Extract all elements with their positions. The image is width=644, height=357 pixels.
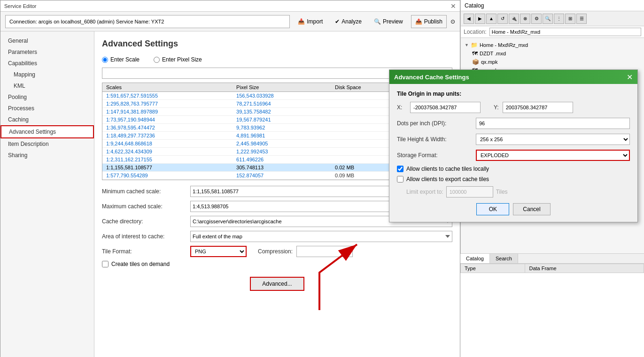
catalog-disconnect-btn[interactable]: ⊗ bbox=[520, 14, 530, 24]
analyze-icon: ✔ bbox=[335, 18, 340, 25]
create-tiles-checkbox[interactable] bbox=[102, 261, 109, 267]
location-path-input[interactable] bbox=[489, 28, 641, 36]
table-row[interactable]: 1:2,311,162.217155 611.496226 bbox=[102, 156, 412, 164]
table-row[interactable]: 1:147,914,381.897889 39,135.758482 bbox=[102, 108, 412, 116]
allow-export-label: Allow clients to export cache tiles bbox=[406, 176, 489, 182]
sidebar-item-sharing[interactable]: Sharing bbox=[0, 150, 94, 161]
advanced-button[interactable]: Advanced... bbox=[250, 277, 304, 291]
table-row[interactable]: 1:1,155,581.108577 305.748113 0.02 MB bbox=[102, 164, 412, 172]
area-of-interest-row: Area of interest to cache: Full extent o… bbox=[102, 231, 452, 242]
enter-scale-radio[interactable] bbox=[102, 57, 108, 63]
cancel-button[interactable]: Cancel bbox=[513, 203, 550, 215]
tree-item-qxmpk[interactable]: 📦 qx.mpk bbox=[472, 58, 640, 66]
sidebar-item-general[interactable]: General bbox=[0, 35, 94, 46]
table-row[interactable]: 1:295,828,763.795777 78,271.516964 bbox=[102, 100, 412, 108]
storage-format-row: Storage Format: EXPLODED COMPACT bbox=[397, 150, 630, 161]
catalog-up-btn[interactable]: ▲ bbox=[486, 14, 497, 24]
table-row[interactable]: 1:577,790.554289 152.874057 0.09 MB bbox=[102, 172, 412, 180]
catalog-title: Catalog bbox=[465, 2, 484, 9]
publish-button[interactable]: 📤 Publish bbox=[411, 15, 447, 28]
catalog-list-btn[interactable]: ☰ bbox=[576, 14, 587, 24]
table-row[interactable]: 1:591,657,527.591555 156,543.033928 bbox=[102, 92, 412, 100]
catalog-search-tabs: Catalog Search bbox=[460, 253, 644, 263]
catalog-cols-btn[interactable]: ⊞ bbox=[565, 14, 575, 24]
catalog-toolbar: ◀ ▶ ▲ ↺ 🔌 ⊗ ⚙ 🔍 ⋮ ⊞ ☰ bbox=[461, 11, 644, 26]
limit-export-input[interactable] bbox=[446, 186, 493, 197]
pixel-cell: 611.496226 bbox=[233, 156, 331, 164]
scale-cell: 1:4,622,324.434309 bbox=[102, 148, 233, 156]
tile-format-row: Tile Format: PNG Compression: bbox=[102, 246, 452, 257]
catalog-connect-btn[interactable]: 🔌 bbox=[509, 14, 519, 24]
allow-export-row: Allow clients to export cache tiles bbox=[397, 176, 630, 182]
sidebar-item-kml[interactable]: KML bbox=[0, 80, 94, 91]
catalog-tab[interactable]: Catalog bbox=[460, 254, 490, 263]
dialog-title: Advanced Cache Settings bbox=[394, 74, 469, 81]
dialog-title-bar: Advanced Cache Settings ✕ bbox=[389, 70, 637, 84]
advanced-btn-wrapper: Advanced... bbox=[102, 277, 452, 291]
y-input[interactable] bbox=[503, 102, 573, 113]
compression-label: Compression: bbox=[258, 248, 293, 255]
sidebar-item-caching[interactable]: Caching bbox=[0, 114, 94, 125]
search-tab[interactable]: Search bbox=[490, 254, 518, 263]
scales-table: Scales Pixel Size Disk Space 1:591,657,5… bbox=[102, 83, 412, 180]
sidebar-item-pooling[interactable]: Pooling bbox=[0, 91, 94, 103]
enter-scale-label: Enter Scale bbox=[110, 56, 140, 63]
pixel-cell: 1,222.992453 bbox=[233, 148, 331, 156]
sidebar-item-processes[interactable]: Processes bbox=[0, 103, 94, 114]
enter-pixel-radio[interactable] bbox=[154, 57, 160, 63]
allow-cache-checkbox[interactable] bbox=[397, 166, 403, 172]
sidebar-item-item-description[interactable]: Item Description bbox=[0, 138, 94, 150]
limit-export-label: Limit export to: bbox=[406, 189, 443, 195]
col-scales: Scales bbox=[102, 83, 233, 92]
cache-dir-label: Cache directory: bbox=[102, 218, 186, 225]
location-label: Location: bbox=[464, 29, 487, 35]
scale-cell: 1:1,155,581.108577 bbox=[102, 164, 233, 172]
tree-item-dzdt[interactable]: 🗺 DZDT .mxd bbox=[472, 49, 640, 58]
table-row[interactable]: 1:9,244,648.868618 2,445.984905 bbox=[102, 140, 412, 148]
storage-format-select[interactable]: EXPLODED COMPACT bbox=[476, 150, 630, 161]
sidebar-item-parameters[interactable]: Parameters bbox=[0, 46, 94, 58]
ok-button[interactable]: OK bbox=[476, 203, 509, 215]
sidebar-item-capabilities[interactable]: Capabilities bbox=[0, 58, 94, 69]
tile-format-select[interactable]: PNG bbox=[190, 246, 247, 257]
table-row[interactable]: 1:73,957,190.948944 19,567.879241 bbox=[102, 116, 412, 124]
tree-root-label: Home - Mxd\Rz_mxd bbox=[480, 42, 528, 48]
sidebar: General Parameters Capabilities Mapping … bbox=[0, 31, 94, 357]
catalog-back-btn[interactable]: ◀ bbox=[464, 14, 474, 24]
close-button[interactable]: ✕ bbox=[450, 2, 456, 10]
analyze-button[interactable]: ✔ Analyze bbox=[331, 15, 366, 28]
sidebar-item-advanced-settings[interactable]: Advanced Settings bbox=[0, 125, 94, 138]
pixel-cell: 2,445.984905 bbox=[233, 140, 331, 148]
enter-scale-radio-label[interactable]: Enter Scale bbox=[102, 56, 140, 63]
table-row[interactable]: 1:4,622,324.434309 1,222.992453 bbox=[102, 148, 412, 156]
preview-button[interactable]: 🔍 Preview bbox=[370, 15, 407, 28]
catalog-extra-btn[interactable]: ⋮ bbox=[554, 14, 564, 24]
tree-label-qxmpk: qx.mpk bbox=[481, 59, 497, 65]
pixel-cell: 78,271.516964 bbox=[233, 100, 331, 108]
catalog-search-btn[interactable]: 🔍 bbox=[543, 14, 553, 24]
import-button[interactable]: 📥 Import bbox=[294, 15, 327, 28]
catalog-refresh-btn[interactable]: ↺ bbox=[497, 14, 508, 24]
allow-cache-label: Allow clients to cache tiles locally bbox=[406, 166, 489, 172]
pixel-cell: 156,543.033928 bbox=[233, 92, 331, 100]
xy-row: X: Y: bbox=[397, 102, 630, 113]
enter-pixel-radio-label[interactable]: Enter Pixel Size bbox=[154, 56, 202, 63]
area-of-interest-select[interactable]: Full extent of the map bbox=[190, 231, 452, 242]
toolbar-expand-icon[interactable]: ⊙ bbox=[450, 18, 455, 25]
table-row[interactable]: 1:36,978,595.474472 9,783.93962 bbox=[102, 124, 412, 132]
x-input[interactable] bbox=[410, 102, 481, 113]
dpi-input[interactable] bbox=[476, 118, 630, 129]
scale-cell: 1:73,957,190.948944 bbox=[102, 116, 233, 124]
dialog-close-button[interactable]: ✕ bbox=[627, 73, 633, 82]
catalog-forward-btn[interactable]: ▶ bbox=[475, 14, 485, 24]
compression-input[interactable] bbox=[296, 246, 353, 257]
table-row[interactable]: 1:18,489,297.737236 4,891.96981 bbox=[102, 132, 412, 140]
allow-export-checkbox[interactable] bbox=[397, 176, 403, 182]
create-tiles-row: Create tiles on demand bbox=[102, 261, 452, 267]
catalog-options-btn[interactable]: ⚙ bbox=[531, 14, 542, 24]
scale-cell: 1:591,657,527.591555 bbox=[102, 92, 233, 100]
tree-item-root[interactable]: ▼ 📁 Home - Mxd\Rz_mxd bbox=[465, 41, 640, 49]
sidebar-item-mapping[interactable]: Mapping bbox=[0, 69, 94, 80]
tile-size-select[interactable]: 256 x 256 bbox=[476, 134, 630, 145]
catalog-data-table: Type Data Frame bbox=[460, 264, 644, 273]
